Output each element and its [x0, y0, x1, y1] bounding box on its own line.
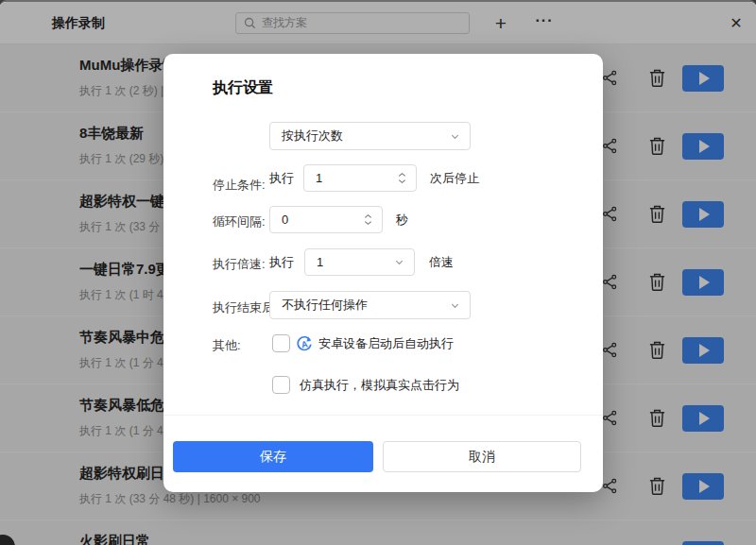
exec-count-suffix: 次后停止: [430, 170, 479, 187]
stepper-up-icon[interactable]: [364, 213, 372, 219]
execution-settings-dialog: 执行设置 停止条件: 按执行次数 执行 1 次后停止 循环间隔: 0: [163, 54, 603, 492]
after-end-select[interactable]: 不执行任何操作: [269, 291, 471, 319]
stepper-down-icon[interactable]: [398, 179, 406, 184]
autostart-text: 安卓设备启动后自动执行: [318, 335, 454, 352]
speed-value: 1: [317, 255, 394, 269]
cancel-button[interactable]: 取消: [383, 441, 581, 472]
other-label: 其他:: [213, 337, 241, 354]
save-button[interactable]: 保存: [173, 441, 373, 472]
dialog-title: 执行设置: [213, 78, 273, 98]
stop-condition-value: 按执行次数: [282, 128, 450, 145]
loop-interval-label: 循环间隔:: [213, 213, 266, 230]
exec-count-value: 1: [316, 171, 398, 185]
stepper-up-icon[interactable]: [398, 172, 406, 178]
stop-condition-select[interactable]: 按执行次数: [269, 122, 471, 150]
loop-interval-stepper[interactable]: 0: [269, 206, 383, 233]
speed-select[interactable]: 1: [304, 248, 415, 276]
speed-label: 执行倍速:: [213, 256, 266, 273]
footer-divider: [163, 415, 603, 416]
autostart-checkbox[interactable]: [272, 334, 290, 352]
chevron-down-icon: [450, 300, 460, 311]
exec-count-stepper[interactable]: 1: [303, 164, 417, 192]
simulate-checkbox[interactable]: [272, 376, 290, 394]
speed-prefix: 执行: [269, 254, 294, 271]
simulate-text: 仿真执行，模拟真实点击行为: [300, 377, 459, 394]
loop-interval-value: 0: [282, 213, 364, 227]
chevron-down-icon: [394, 257, 404, 267]
app-window: MuMu操作录制(1) 执行 1 次 (2 秒) | 160 8丰饶最新 执行 …: [0, 0, 756, 545]
exec-count-prefix: 执行: [269, 170, 294, 187]
after-end-label: 执行结束后:: [213, 299, 278, 316]
after-end-value: 不执行任何操作: [282, 297, 450, 314]
chevron-down-icon: [450, 131, 460, 142]
android-autostart-icon: A: [296, 335, 313, 352]
speed-suffix: 倍速: [429, 254, 454, 271]
stop-condition-label: 停止条件:: [213, 177, 266, 194]
stepper-down-icon[interactable]: [364, 220, 372, 226]
loop-interval-suffix: 秒: [396, 212, 408, 229]
